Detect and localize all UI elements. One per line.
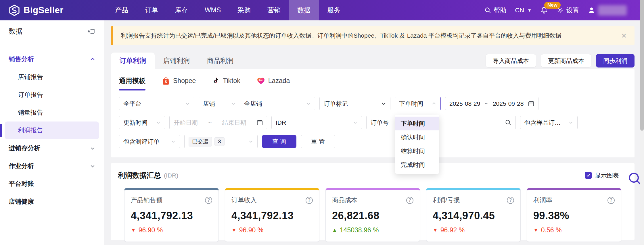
filter-row-3: 包含测评订单 已交运 3 查 询 重 置 bbox=[119, 135, 626, 148]
tab-shop-profit[interactable]: 店铺利润 bbox=[155, 53, 198, 69]
nav-item-wms[interactable]: WMS bbox=[196, 0, 229, 20]
metric-card-profit-loss: 利润/亏损? 4,314,970.45 ▼96.92 % bbox=[426, 188, 521, 242]
svg-text:S: S bbox=[165, 80, 167, 84]
tab-product-profit[interactable]: 商品利润 bbox=[198, 53, 242, 69]
chevron-down-icon bbox=[381, 101, 386, 106]
sidebar: 数据 销售分析 店铺报告 订单报告 销量报告 利润报告 进销存分析 作业分析 平… bbox=[0, 20, 104, 245]
show-chart-toggle[interactable]: 显示图表 bbox=[585, 171, 619, 180]
search-icon bbox=[484, 7, 491, 13]
status-chip-count[interactable]: 3 bbox=[214, 137, 225, 146]
top-navbar: BigSeller 产品 订单 库存 WMS 采购 营销 数据 服务 帮助 CN… bbox=[0, 0, 644, 20]
date-range-picker[interactable]: 2025-08-29 ~ 2025-09-28 bbox=[445, 97, 538, 110]
shop-select[interactable]: 全店铺 bbox=[240, 97, 315, 110]
update-time-select[interactable]: 更新时间 bbox=[119, 116, 165, 129]
dropdown-option-complete-time[interactable]: 完成时间 bbox=[395, 158, 439, 172]
chevron-down-icon bbox=[306, 101, 311, 106]
import-cost-button[interactable]: 导入商品成本 bbox=[486, 54, 536, 67]
nav-item-services[interactable]: 服务 bbox=[319, 0, 349, 20]
review-orders-select[interactable]: 包含测评订单 bbox=[119, 135, 180, 148]
reset-button[interactable]: 重 置 bbox=[301, 135, 335, 148]
trend-down-icon: ▼ bbox=[131, 227, 136, 233]
nav-item-data[interactable]: 数据 bbox=[289, 0, 319, 20]
tiktok-icon bbox=[212, 77, 219, 85]
help-icon[interactable]: ? bbox=[507, 197, 514, 204]
dropdown-option-settle-time[interactable]: 结算时间 bbox=[395, 144, 439, 158]
tab-order-profit[interactable]: 订单利润 bbox=[111, 53, 155, 69]
sidebar-group-inventory-analysis[interactable]: 进销存分析 bbox=[5, 139, 99, 157]
sidebar-item-shop-health[interactable]: 店铺健康 bbox=[5, 193, 99, 211]
dropdown-option-order-time[interactable]: 下单时间 bbox=[395, 117, 439, 130]
scrollbar-thumb[interactable] bbox=[640, 0, 644, 131]
subtab-lazada[interactable]: Laz Lazada bbox=[257, 77, 290, 86]
main-nav: 产品 订单 库存 WMS 采购 营销 数据 服务 bbox=[107, 0, 349, 20]
search-button[interactable]: 查 询 bbox=[262, 135, 296, 148]
order-tag-select[interactable]: 订单标记 bbox=[319, 97, 390, 110]
update-date-range-picker[interactable]: 开始日期 ~ 结束日期 bbox=[169, 116, 267, 129]
brand-logo[interactable]: BigSeller bbox=[9, 5, 64, 16]
currency-select[interactable]: IDR bbox=[271, 116, 362, 129]
order-number-search[interactable]: 订单号 bbox=[366, 116, 516, 129]
summary-currency: (IDR) bbox=[164, 172, 178, 179]
user-account[interactable] bbox=[588, 5, 627, 16]
chevron-down-icon bbox=[353, 120, 358, 125]
card-delta: ▼0.56 % bbox=[533, 226, 615, 234]
sidebar-group-operation-analysis[interactable]: 作业分析 bbox=[5, 157, 99, 175]
navbar-right: 帮助 CN ▼ New 设置 bbox=[484, 5, 627, 16]
svg-text:Laz: Laz bbox=[259, 79, 263, 81]
status-chip-shipped[interactable]: 已交运 bbox=[189, 137, 212, 146]
settings-label: 设置 bbox=[566, 6, 579, 15]
sidebar-item-platform-reconciliation[interactable]: 平台对账 bbox=[5, 175, 99, 193]
trend-up-icon: ▲ bbox=[332, 227, 337, 233]
nav-item-inventory[interactable]: 库存 bbox=[166, 0, 196, 20]
show-chart-checkbox[interactable] bbox=[585, 172, 592, 179]
help-icon[interactable]: ? bbox=[607, 197, 615, 204]
sample-orders-select[interactable]: 包含样品订单... bbox=[520, 116, 578, 129]
chevron-down-icon bbox=[568, 120, 573, 125]
sidebar-item-shop-report[interactable]: 店铺报告 bbox=[5, 68, 99, 86]
metric-cards: 产品销售额? 4,341,792.13 ▼96.90 % 订单收入? 4,341… bbox=[118, 188, 628, 242]
profit-tabs: 订单利润 店铺利润 商品利润 导入商品成本 更新商品成本 同步利润 bbox=[111, 53, 635, 69]
order-status-multiselect[interactable]: 已交运 3 bbox=[184, 135, 258, 148]
summary-header: 利润数据汇总 (IDR) 显示图表 bbox=[118, 171, 628, 180]
sidebar-collapse-icon[interactable] bbox=[87, 27, 95, 35]
subtab-general-template[interactable]: 通用模板 bbox=[119, 76, 145, 87]
help-icon[interactable]: ? bbox=[205, 197, 212, 204]
nav-item-marketing[interactable]: 营销 bbox=[259, 0, 289, 20]
main-content: 利润报告支持统计为已交运/已完成/已取消以及其他状态的订单收入数据。订单利润中的… bbox=[104, 20, 640, 245]
help-link[interactable]: 帮助 bbox=[484, 6, 506, 15]
chevron-down-icon bbox=[171, 139, 176, 144]
info-banner: 利润报告支持统计为已交运/已完成/已取消以及其他状态的订单收入数据。订单利润中的… bbox=[111, 26, 635, 45]
shop-type-select[interactable]: 店铺 bbox=[199, 97, 240, 110]
platform-select[interactable]: 全平台 bbox=[119, 97, 194, 110]
sidebar-item-sales-report[interactable]: 销量报告 bbox=[5, 104, 99, 121]
sidebar-title: 数据 bbox=[9, 27, 22, 36]
nav-item-products[interactable]: 产品 bbox=[107, 0, 137, 20]
card-value: 4,341,792.13 bbox=[131, 210, 212, 222]
help-icon[interactable]: ? bbox=[406, 197, 413, 204]
metric-card-profit-rate: 利润率? 99.38% ▼0.56 % bbox=[527, 188, 621, 242]
sidebar-item-profit-report[interactable]: 利润报告 bbox=[5, 121, 99, 139]
active-indicator bbox=[0, 124, 2, 137]
update-cost-button[interactable]: 更新商品成本 bbox=[541, 54, 591, 67]
notifications-button[interactable]: New bbox=[540, 6, 548, 14]
nav-item-purchase[interactable]: 采购 bbox=[229, 0, 259, 20]
subtab-shopee[interactable]: S Shopee bbox=[162, 77, 196, 87]
sidebar-menu: 销售分析 店铺报告 订单报告 销量报告 利润报告 进销存分析 作业分析 平台对账… bbox=[0, 42, 104, 219]
subtab-tiktok[interactable]: Tiktok bbox=[212, 77, 240, 86]
chevron-down-icon bbox=[248, 139, 253, 144]
language-selector[interactable]: CN ▼ bbox=[515, 7, 532, 14]
help-icon[interactable]: ? bbox=[306, 197, 313, 204]
page-scrollbar[interactable] bbox=[640, 0, 644, 245]
sidebar-group-sales-analysis[interactable]: 销售分析 bbox=[5, 50, 99, 68]
dropdown-option-confirm-time[interactable]: 确认时间 bbox=[395, 130, 439, 144]
nav-item-orders[interactable]: 订单 bbox=[137, 0, 166, 20]
search-icon[interactable] bbox=[505, 119, 511, 126]
metric-card-product-cost: 商品成本? 26,821.68 ▲145038.96 % bbox=[325, 188, 420, 242]
sync-profit-button[interactable]: 同步利润 bbox=[596, 54, 635, 67]
calendar-icon bbox=[257, 119, 263, 126]
sidebar-item-order-report[interactable]: 订单报告 bbox=[5, 86, 99, 104]
close-icon[interactable]: × bbox=[621, 31, 626, 40]
time-type-select[interactable]: 下单时间 bbox=[395, 97, 441, 110]
card-delta: ▼96.92 % bbox=[433, 226, 514, 234]
time-type-dropdown: 下单时间 确认时间 结算时间 完成时间 bbox=[395, 115, 439, 174]
